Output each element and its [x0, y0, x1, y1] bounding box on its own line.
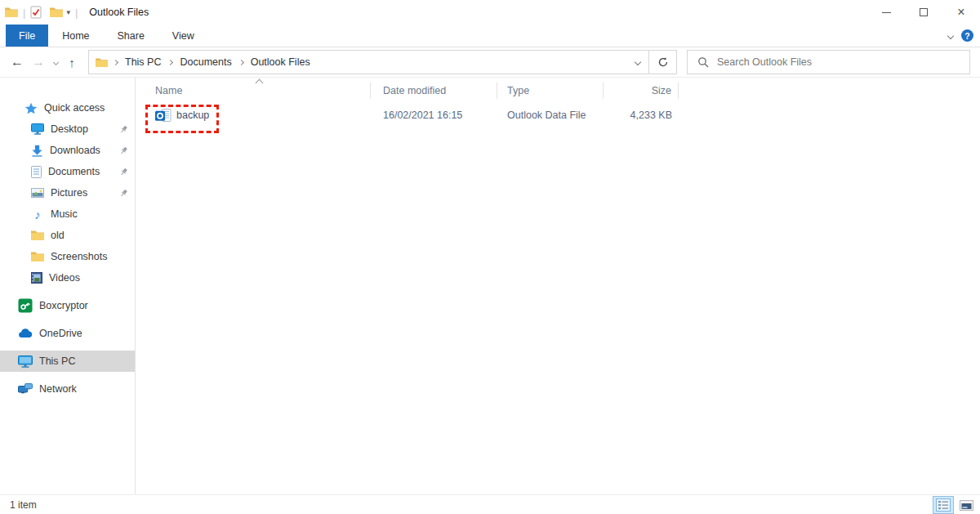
file-size: 4,233 KB: [604, 110, 679, 121]
sidebar-item-old[interactable]: old: [0, 225, 135, 246]
breadcrumb-outlook-files[interactable]: Outlook Files: [247, 56, 314, 68]
ribbon-tab-bar: File Home Share View ?: [0, 25, 980, 47]
sidebar-item-documents[interactable]: Documents: [0, 161, 135, 182]
tab-share[interactable]: Share: [104, 25, 158, 47]
forward-button[interactable]: →: [28, 56, 49, 69]
minimize-icon: [882, 12, 891, 13]
maximize-button[interactable]: [905, 0, 942, 25]
sidebar-item-label: This PC: [39, 355, 75, 367]
column-header-date-modified[interactable]: Date modified: [371, 83, 497, 99]
sidebar-item-videos[interactable]: Videos: [0, 267, 135, 288]
search-box[interactable]: Search Outlook Files: [687, 50, 970, 74]
downloads-icon: [31, 145, 43, 157]
music-icon: ♪: [31, 208, 44, 221]
file-list: Name Date modified Type Size backup 16/0…: [136, 78, 980, 494]
sidebar-item-label: Videos: [49, 272, 80, 284]
toolbar-dropdown-icon[interactable]: ▾: [66, 8, 70, 16]
breadcrumb-documents[interactable]: Documents: [176, 56, 234, 68]
close-icon: ×: [957, 6, 964, 19]
window-controls: ×: [867, 0, 980, 25]
sidebar-item-downloads[interactable]: Downloads: [0, 140, 135, 161]
pin-icon[interactable]: [119, 146, 128, 155]
folder-icon: [31, 230, 44, 241]
file-row-backup[interactable]: backup 16/02/2021 16:15 Outlook Data Fil…: [136, 103, 980, 127]
maximize-icon: [920, 8, 928, 16]
folder-icon[interactable]: [50, 7, 63, 18]
network-icon: [18, 383, 33, 395]
sidebar-item-label: Quick access: [44, 102, 105, 114]
navigation-toolbar: ← → ↑ This PC Documents Outlook Files: [0, 47, 980, 78]
back-button[interactable]: ←: [7, 56, 28, 69]
column-header-type[interactable]: Type: [497, 83, 604, 99]
title-bar: | ▾ | Outlook Files ×: [0, 0, 980, 25]
tab-home[interactable]: Home: [48, 25, 103, 47]
sidebar-item-label: Desktop: [51, 123, 88, 135]
pictures-icon: [31, 188, 44, 198]
file-name: backup: [176, 110, 209, 121]
sidebar-item-network[interactable]: Network: [0, 378, 135, 400]
breadcrumb-separator-icon: [167, 59, 173, 65]
desktop-icon: [31, 123, 44, 135]
column-header-size[interactable]: Size: [604, 83, 679, 99]
tab-file[interactable]: File: [6, 25, 48, 47]
large-icons-view-button[interactable]: [956, 496, 977, 514]
details-view-button[interactable]: [933, 496, 954, 514]
file-name-cell[interactable]: backup: [150, 109, 371, 123]
folder-icon[interactable]: [96, 57, 108, 68]
outlook-data-file-icon: [155, 109, 172, 123]
sidebar-item-desktop[interactable]: Desktop: [0, 118, 135, 140]
sidebar-item-this-pc[interactable]: This PC: [0, 351, 135, 372]
documents-icon: [31, 166, 42, 178]
sidebar-item-label: Network: [39, 383, 77, 395]
pin-icon[interactable]: [119, 189, 128, 198]
sidebar-item-label: old: [51, 230, 65, 241]
sidebar-item-quick-access[interactable]: Quick access: [0, 97, 135, 118]
search-placeholder: Search Outlook Files: [717, 56, 812, 68]
breadcrumb-this-pc[interactable]: This PC: [122, 56, 164, 68]
window-title: Outlook Files: [89, 7, 149, 18]
file-date-modified: 16/02/2021 16:15: [371, 110, 497, 121]
breadcrumb-separator-icon: [113, 59, 118, 65]
minimize-button[interactable]: [867, 0, 905, 25]
divider: |: [23, 7, 25, 19]
folder-icon: [31, 251, 44, 262]
onedrive-icon: [18, 329, 33, 338]
sidebar-item-label: Documents: [48, 166, 100, 177]
sidebar-item-label: Music: [51, 208, 78, 220]
pin-icon[interactable]: [119, 125, 128, 134]
boxcryptor-icon: [18, 298, 33, 313]
refresh-button[interactable]: [649, 51, 676, 74]
address-bar[interactable]: This PC Documents Outlook Files: [88, 50, 677, 74]
recent-locations-icon[interactable]: [49, 60, 62, 65]
breadcrumb-separator-icon: [238, 59, 244, 65]
navigation-pane: Quick access Desktop Downloads: [0, 78, 136, 494]
folder-icon: [5, 7, 18, 18]
videos-icon: [31, 272, 42, 284]
ribbon-collapse-icon[interactable]: [947, 32, 954, 38]
explorer-window: | ▾ | Outlook Files × File Home Share Vi…: [0, 0, 980, 514]
sidebar-item-screenshots[interactable]: Screenshots: [0, 246, 135, 267]
sidebar-item-label: OneDrive: [39, 328, 82, 339]
address-dropdown-icon[interactable]: [627, 51, 648, 74]
large-icons-view-icon: [960, 500, 973, 511]
divider: |: [75, 7, 78, 19]
sidebar-item-label: Downloads: [50, 145, 100, 156]
details-view-icon: [936, 498, 951, 512]
sidebar-item-label: Screenshots: [51, 251, 107, 262]
up-button[interactable]: ↑: [62, 56, 82, 69]
sidebar-item-boxcryptor[interactable]: Boxcryptor: [0, 295, 135, 316]
close-button[interactable]: ×: [942, 0, 980, 25]
tab-view[interactable]: View: [158, 25, 208, 47]
item-count: 1 item: [10, 499, 37, 511]
this-pc-icon: [18, 355, 33, 368]
help-icon[interactable]: ?: [961, 29, 973, 42]
file-type: Outlook Data File: [497, 110, 604, 121]
sidebar-item-music[interactable]: ♪ Music: [0, 203, 135, 225]
status-bar: 1 item: [0, 494, 980, 514]
sidebar-item-onedrive[interactable]: OneDrive: [0, 323, 135, 344]
column-header-row: Name Date modified Type Size: [136, 78, 980, 103]
quick-access-check-icon[interactable]: [30, 6, 42, 19]
sidebar-item-label: Pictures: [51, 187, 87, 199]
sidebar-item-pictures[interactable]: Pictures: [0, 182, 135, 203]
pin-icon[interactable]: [119, 168, 128, 177]
